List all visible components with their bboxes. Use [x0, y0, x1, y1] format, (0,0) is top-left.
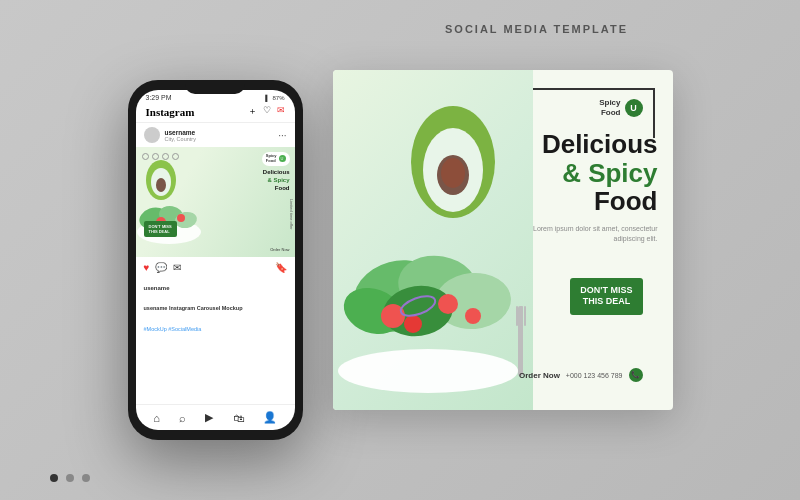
username[interactable]: username: [165, 129, 274, 136]
mini-brand-text: Spicy Food: [266, 154, 277, 164]
likes-text: usename: [144, 285, 170, 291]
main-social-card: f t in p Spicy Food U: [333, 70, 673, 410]
status-time: 3:29 PM: [146, 94, 172, 101]
mini-order: Order Now: [270, 247, 289, 252]
caption: usename Instagram Carousel Mockup: [136, 296, 295, 317]
mini-cta: DON'T MISS THIS DEAL: [144, 221, 177, 237]
phone-mockup: 3:29 PM ▌ 87% Instagram ＋ ♡ ✉ user: [128, 80, 303, 440]
post-header: username City, Country ···: [136, 123, 295, 147]
more-options-icon[interactable]: ···: [278, 130, 286, 141]
mini-rotated-text: Limited time offer: [289, 199, 294, 230]
mini-brand-tag: Spicy Food U: [262, 152, 290, 166]
post-image: Spicy Food U: [136, 147, 295, 257]
svg-rect-27: [521, 306, 523, 326]
cta-line1: DON'T MISS: [580, 285, 632, 297]
bottom-nav: ⌂ ⌕ ▶ 🛍 👤: [136, 404, 295, 430]
mini-headline: Delicious & Spicy Food: [263, 169, 290, 192]
mini-brand-icon: U: [279, 155, 286, 162]
mini-salad: [136, 190, 211, 249]
phone-notch: [185, 80, 245, 94]
heart-icon[interactable]: ♡: [263, 105, 271, 118]
comment-icon[interactable]: 💬: [155, 262, 167, 273]
instagram-logo: Instagram: [146, 106, 195, 118]
cta-button[interactable]: DON'T MISS THIS DEAL: [570, 278, 642, 315]
shop-nav-icon[interactable]: 🛍: [233, 412, 244, 424]
svg-point-21: [404, 315, 422, 333]
card-brand-tag: Spicy Food U: [599, 98, 642, 117]
home-nav-icon[interactable]: ⌂: [153, 412, 160, 424]
avatar: [144, 127, 160, 143]
card-food-image: [333, 70, 533, 410]
card-brand-icon: U: [625, 99, 643, 117]
location: City, Country: [165, 136, 274, 142]
dot-3[interactable]: [82, 474, 90, 482]
pagination-dots: [50, 474, 90, 482]
svg-rect-28: [524, 306, 526, 326]
svg-point-23: [338, 349, 518, 393]
user-info: username City, Country: [165, 129, 274, 142]
action-left: ♥ 💬 ✉: [144, 262, 182, 273]
bookmark-icon[interactable]: 🔖: [275, 262, 287, 273]
share-icon[interactable]: ✉: [173, 262, 181, 273]
mini-food-card: Spicy Food U: [136, 147, 295, 257]
svg-rect-26: [516, 306, 518, 326]
search-nav-icon[interactable]: ⌕: [179, 412, 186, 424]
battery-percent: 87%: [272, 95, 284, 101]
instagram-header: Instagram ＋ ♡ ✉: [136, 103, 295, 123]
status-icons: ▌ 87%: [265, 95, 284, 101]
phone-icon: 📞: [629, 368, 643, 382]
message-icon[interactable]: ✉: [277, 105, 285, 118]
tags-text: #MockUp #SocialMedia: [144, 326, 202, 332]
battery-icon: ▌: [265, 95, 269, 101]
salad-bowl-image: [333, 216, 533, 400]
cta-line2: THIS DEAL: [580, 296, 632, 308]
dot-1[interactable]: [50, 474, 58, 482]
phone-screen: 3:29 PM ▌ 87% Instagram ＋ ♡ ✉ user: [136, 90, 295, 430]
post-actions: ♥ 💬 ✉ 🔖: [136, 257, 295, 276]
page-background: SOCIAL MEDIA TEMPLATE 3:29 PM ▌ 87% Inst…: [0, 0, 800, 500]
likes-row: usename: [136, 276, 295, 296]
header-icons: ＋ ♡ ✉: [248, 105, 285, 118]
caption-text: usename Instagram Carousel Mockup: [144, 305, 243, 311]
svg-point-8: [177, 214, 185, 222]
card-description: Lorem ipsum dolor sit amet, consectetur …: [513, 224, 658, 245]
order-label: Order Now: [519, 371, 560, 380]
profile-nav-icon[interactable]: 👤: [263, 411, 277, 424]
svg-point-22: [465, 308, 481, 324]
add-icon[interactable]: ＋: [248, 105, 257, 118]
like-icon[interactable]: ♥: [144, 262, 150, 273]
svg-point-13: [441, 158, 465, 188]
page-title: SOCIAL MEDIA TEMPLATE: [445, 23, 628, 35]
card-brand-text: Spicy Food: [599, 98, 620, 117]
card-headline: Delicious & Spicy Food: [513, 130, 658, 216]
dot-2[interactable]: [66, 474, 74, 482]
order-row: Order Now +000 123 456 789 📞: [519, 368, 643, 382]
reels-nav-icon[interactable]: ▶: [205, 411, 213, 424]
phone-number: +000 123 456 789: [566, 372, 623, 379]
avocado-image: [398, 90, 508, 224]
card-text-content: Delicious & Spicy Food Lorem ipsum dolor…: [513, 130, 658, 260]
hashtags: #MockUp #SocialMedia: [136, 317, 295, 340]
svg-point-20: [438, 294, 458, 314]
